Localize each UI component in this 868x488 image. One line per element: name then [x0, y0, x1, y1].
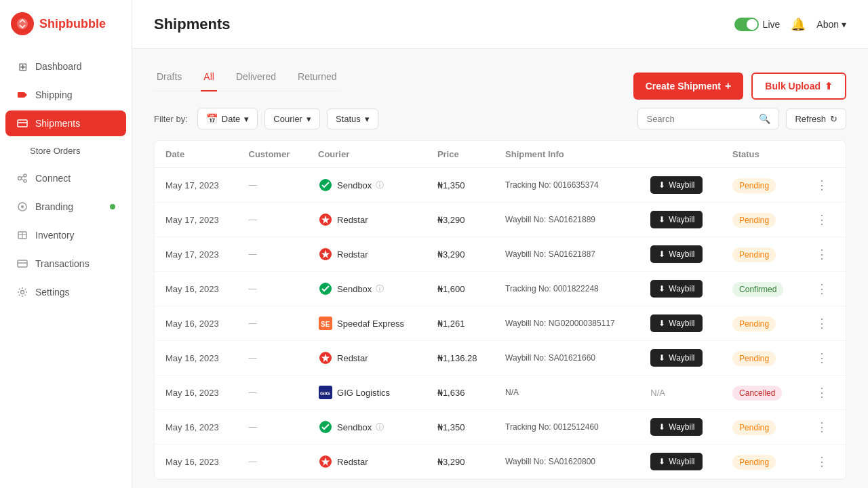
create-shipment-button[interactable]: Create Shipment + — [633, 73, 744, 100]
cell-date: May 16, 2023 — [155, 375, 238, 410]
more-options-button[interactable]: ⋮ — [813, 176, 831, 194]
cell-courier: Redstar — [307, 445, 427, 479]
waybill-button[interactable]: ⬇ Waybill — [650, 418, 703, 436]
more-options-button[interactable]: ⋮ — [813, 245, 831, 263]
sidebar-item-shipments[interactable]: Shipments — [5, 110, 126, 136]
cell-date: May 17, 2023 — [155, 203, 238, 237]
status-badge: Pending — [732, 420, 776, 435]
plus-icon: + — [725, 80, 731, 92]
more-options-button[interactable]: ⋮ — [813, 453, 831, 470]
download-icon: ⬇ — [658, 284, 665, 293]
cell-shipment-info: Waybill No: SA01621889 — [494, 203, 639, 237]
cell-customer: — — [238, 445, 308, 479]
download-icon: ⬇ — [658, 180, 665, 190]
cell-status: Cancelled — [722, 375, 802, 410]
cell-waybill-action: ⬇ Waybill — [639, 237, 722, 272]
cell-customer: — — [238, 341, 308, 375]
status-filter-button[interactable]: Status ▾ — [327, 108, 378, 129]
status-badge: Confirmed — [732, 282, 783, 297]
svg-point-6 — [24, 174, 26, 177]
date-filter-button[interactable]: 📅 Date ▾ — [197, 108, 258, 129]
waybill-button[interactable]: ⬇ Waybill — [650, 280, 703, 298]
search-input[interactable] — [646, 114, 755, 124]
waybill-button[interactable]: ⬇ Waybill — [650, 176, 703, 194]
cell-courier: GIG GIG Logistics — [307, 375, 427, 410]
waybill-button[interactable]: ⬇ Waybill — [650, 349, 703, 367]
notification-bell-icon[interactable]: 🔔 — [791, 17, 806, 32]
more-options-button[interactable]: ⋮ — [813, 314, 831, 332]
user-menu[interactable]: Abon ▾ — [816, 19, 846, 30]
bulk-upload-button[interactable]: Bulk Upload ⬆ — [751, 73, 846, 100]
download-icon: ⬇ — [658, 249, 665, 259]
waybill-button[interactable]: ⬇ Waybill — [650, 211, 703, 228]
cell-more: ⋮ — [802, 375, 846, 410]
table-row: May 16, 2023 — Redstar ₦3,290 Waybill No… — [155, 445, 846, 479]
tab-all[interactable]: All — [201, 66, 217, 92]
sidebar-item-inventory[interactable]: Inventory — [5, 222, 126, 248]
waybill-button[interactable]: ⬇ Waybill — [650, 245, 703, 263]
sidebar-item-store-orders[interactable]: Store Orders — [5, 139, 126, 163]
sidebar-item-branding[interactable]: Branding — [5, 194, 126, 220]
sidebar-item-label: Shipping — [35, 89, 73, 100]
refresh-label: Refresh — [795, 114, 826, 124]
header-right: Live 🔔 Abon ▾ — [734, 17, 846, 32]
refresh-button[interactable]: Refresh ↻ — [786, 108, 846, 129]
table-row: May 17, 2023 — Redstar ₦3,290 Waybill No… — [155, 237, 846, 272]
cell-status: Pending — [722, 203, 802, 237]
sidebar-item-dashboard[interactable]: ⊞ Dashboard — [5, 54, 126, 79]
table-row: May 16, 2023 — SE Speedaf Express ₦1,261… — [155, 306, 846, 341]
filter-by-label: Filter by: — [154, 114, 188, 124]
sidebar-item-shipping[interactable]: Shipping — [5, 82, 126, 108]
cell-waybill-action: ⬇ Waybill — [639, 341, 722, 375]
svg-point-7 — [24, 180, 26, 182]
cell-shipment-info: Tracking No: 0016635374 — [494, 168, 639, 203]
col-price: Price — [427, 141, 494, 168]
tab-returned[interactable]: Returned — [295, 66, 340, 92]
more-options-button[interactable]: ⋮ — [813, 384, 831, 401]
na-label: N/A — [650, 388, 665, 398]
more-options-button[interactable]: ⋮ — [813, 418, 831, 436]
branding-icon — [16, 201, 28, 213]
bulk-upload-label: Bulk Upload — [765, 81, 821, 92]
cell-courier: Redstar — [307, 203, 427, 237]
logo-icon — [11, 12, 34, 35]
status-badge: Pending — [732, 213, 776, 228]
cell-courier: Sendbox ⓘ — [307, 272, 427, 306]
cell-shipment-info: Tracking No: 0001822248 — [494, 272, 639, 306]
courier-filter-button[interactable]: Courier ▾ — [264, 108, 320, 129]
status-badge: Cancelled — [732, 386, 782, 401]
col-actions — [802, 141, 846, 168]
status-badge: Pending — [732, 178, 776, 193]
live-toggle[interactable] — [734, 18, 759, 31]
sidebar-item-settings[interactable]: Settings — [5, 279, 126, 305]
cell-status: Confirmed — [722, 272, 802, 306]
info-icon: ⓘ — [376, 283, 384, 295]
waybill-button[interactable]: ⬇ Waybill — [650, 453, 703, 470]
cell-status: Pending — [722, 445, 802, 479]
cell-more: ⋮ — [802, 341, 846, 375]
courier-name: Redstar — [337, 215, 368, 225]
chevron-down-icon: ▾ — [842, 19, 846, 30]
more-options-button[interactable]: ⋮ — [813, 280, 831, 298]
status-badge: Pending — [732, 317, 776, 331]
table-row: May 16, 2023 — Sendbox ⓘ ₦1,350 Tracking… — [155, 410, 846, 445]
more-options-button[interactable]: ⋮ — [813, 211, 831, 228]
cell-price: ₦3,290 — [427, 203, 494, 237]
col-shipment-info: Shipment Info — [494, 141, 722, 168]
sidebar-item-label: Dashboard — [35, 61, 82, 72]
cell-courier: Redstar — [307, 237, 427, 272]
tab-drafts[interactable]: Drafts — [154, 66, 184, 92]
connect-icon — [16, 172, 28, 184]
cell-price: ₦1,350 — [427, 168, 494, 203]
cell-courier: SE Speedaf Express — [307, 306, 427, 341]
filters-row: Filter by: 📅 Date ▾ Courier ▾ Status ▾ 🔍… — [154, 108, 846, 129]
sidebar-item-transactions[interactable]: Transactions — [5, 251, 126, 277]
tab-delivered[interactable]: Delivered — [233, 66, 279, 92]
more-options-button[interactable]: ⋮ — [813, 349, 831, 367]
cell-shipment-info: N/A — [494, 375, 639, 410]
waybill-button[interactable]: ⬇ Waybill — [650, 314, 703, 332]
cell-more: ⋮ — [802, 445, 846, 479]
cell-status: Pending — [722, 168, 802, 203]
sidebar-item-connect[interactable]: Connect — [5, 165, 126, 191]
create-shipment-label: Create Shipment — [646, 81, 721, 92]
